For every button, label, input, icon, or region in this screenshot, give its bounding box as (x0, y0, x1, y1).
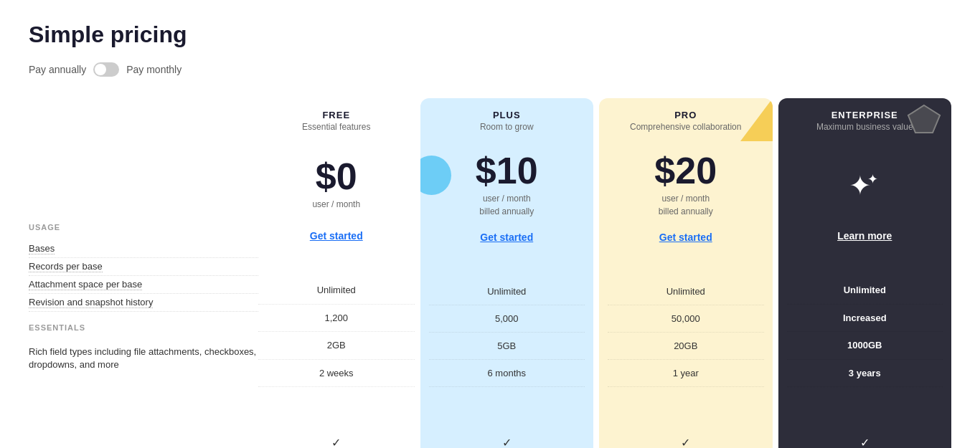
plan-plus: PLUS Room to grow $10 user / month bille… (420, 98, 594, 448)
plan-plus-name: PLUS (429, 110, 585, 120)
plan-plus-attachment: 5GB (429, 333, 585, 360)
plan-free-tagline: Essential features (258, 122, 415, 132)
plan-enterprise-price-section: ✦ ✦ (787, 138, 943, 224)
plan-enterprise: ENTERPRISE Maximum business value ✦ ✦ Le… (778, 98, 952, 448)
plan-plus-bases: Unlimited (429, 278, 585, 305)
plan-plus-cta-link[interactable]: Get started (480, 232, 533, 243)
plan-free-rich-fields-check: ✓ (258, 424, 415, 448)
plan-free-history: 2 weeks (258, 360, 415, 388)
plan-free-price-sub: user / month (312, 198, 360, 211)
plan-pro-bases: Unlimited (608, 278, 764, 305)
plan-plus-history: 6 months (429, 360, 585, 387)
feature-label-bases: Bases (29, 240, 258, 258)
pro-decoration (740, 98, 773, 141)
plan-plus-rich-fields-check: ✓ (429, 424, 585, 448)
plan-free-cta-link[interactable]: Get started (310, 230, 363, 242)
features-column: USAGE Bases Records per base Attachment … (29, 98, 258, 448)
essentials-section-label: ESSENTIALS (29, 323, 258, 332)
plan-pro: PRO Comprehensive collaboration $20 user… (599, 98, 773, 448)
plan-free: FREE Essential features $0 user / month … (258, 98, 415, 448)
plans-area: FREE Essential features $0 user / month … (258, 98, 951, 448)
essentials-section-label-wrapper: ESSENTIALS (29, 323, 258, 332)
plan-enterprise-history: 3 years (787, 360, 943, 388)
plan-pro-price: $20 (654, 152, 717, 189)
enterprise-stars-icon: ✦ ✦ (846, 168, 883, 208)
page-wrapper: Simple pricing Pay annually Pay monthly … (0, 0, 980, 448)
plan-pro-price-section: $20 user / month billed annually (608, 138, 764, 225)
usage-section-label: USAGE (29, 223, 258, 232)
billing-toggle-row: Pay annually Pay monthly (29, 62, 951, 77)
plan-pro-history: 1 year (608, 360, 764, 387)
plan-enterprise-attachment: 1000GB (787, 332, 943, 360)
plan-pro-attachment: 20GB (608, 333, 764, 360)
plan-plus-records: 5,000 (429, 305, 585, 333)
plan-plus-price-sub: user / month billed annually (479, 192, 534, 218)
page-title: Simple pricing (29, 22, 258, 48)
plan-plus-header: PLUS Room to grow (429, 98, 585, 138)
plan-plus-tagline: Room to grow (429, 122, 585, 132)
plan-pro-cta-link[interactable]: Get started (659, 232, 712, 243)
plan-enterprise-rich-fields-check: ✓ (787, 424, 943, 448)
feature-label-attachment: Attachment space per base (29, 276, 258, 294)
pay-annually-label: Pay annually (29, 64, 86, 75)
plan-enterprise-bases: Unlimited (787, 277, 943, 305)
pricing-layout: USAGE Bases Records per base Attachment … (29, 98, 951, 448)
feature-label-history: Revision and snapshot history (29, 294, 258, 312)
pay-monthly-label: Pay monthly (126, 64, 182, 75)
plan-free-records: 1,200 (258, 305, 415, 333)
plan-pro-price-sub: user / month billed annually (659, 192, 713, 218)
plan-enterprise-records: Increased (787, 305, 943, 333)
plan-free-bases: Unlimited (258, 277, 415, 305)
feature-label-rich-fields: Rich field types including file attachme… (29, 340, 258, 376)
plan-pro-records: 50,000 (608, 305, 764, 333)
plan-free-price-section: $0 user / month (258, 138, 415, 224)
plan-plus-price-section: $10 user / month billed annually (429, 138, 585, 225)
plan-free-attachment: 2GB (258, 332, 415, 360)
plan-pro-cta: Get started (608, 225, 764, 255)
enterprise-diamond-icon (907, 104, 941, 137)
svg-text:✦: ✦ (867, 172, 878, 186)
plan-pro-rich-fields-check: ✓ (608, 424, 764, 448)
plan-free-header: FREE Essential features (258, 98, 415, 138)
plan-enterprise-cta-link[interactable]: Learn more (837, 230, 892, 242)
plan-free-price: $0 (316, 158, 357, 195)
billing-toggle-switch[interactable] (93, 62, 119, 77)
plan-plus-price: $10 (476, 152, 538, 189)
plan-plus-cta: Get started (429, 225, 585, 255)
plan-enterprise-cta: Learn more (787, 224, 943, 254)
plan-free-name: FREE (258, 110, 415, 120)
feature-label-records: Records per base (29, 258, 258, 276)
plan-free-cta: Get started (258, 224, 415, 254)
